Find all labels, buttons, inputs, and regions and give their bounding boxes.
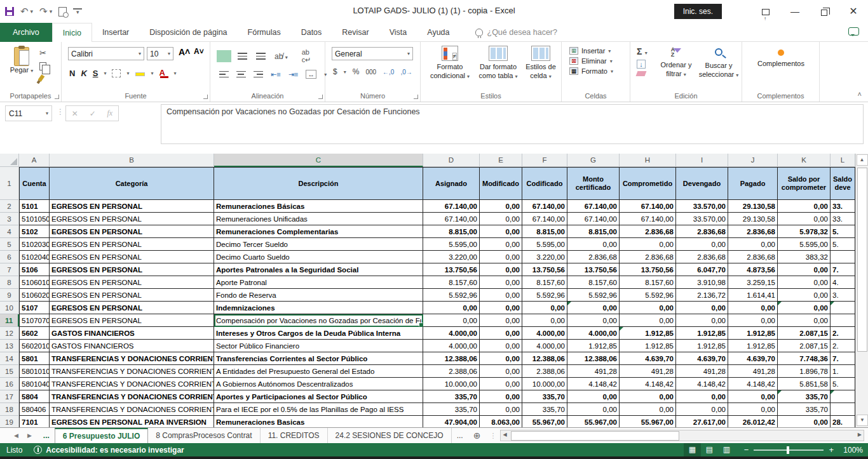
font-name-combo[interactable]: Calibri▾ (68, 47, 144, 60)
delete-cells-button[interactable]: ⊠ Eliminar▾ (569, 57, 613, 65)
cell-D8[interactable]: 8.157,60 (423, 276, 480, 289)
find-select-button[interactable]: Buscar y seleccionar ▾ (698, 47, 740, 79)
cell-H8[interactable]: 8.157,60 (620, 276, 676, 289)
cell-A2[interactable]: 5101 (19, 200, 50, 213)
increase-decimal-icon[interactable]: ←,0 (383, 69, 394, 76)
wrap-text-icon[interactable]: abc↵ (302, 48, 311, 64)
cell-K6[interactable]: 383,32 (778, 251, 831, 263)
cell-L19[interactable]: 28. (831, 416, 855, 427)
table-header-cell[interactable]: Modificado (480, 167, 522, 200)
cell-K18[interactable]: 335,70 (778, 403, 831, 416)
cell-C4[interactable]: Remuneraciones Complementarias (214, 225, 423, 238)
cell-I7[interactable]: 6.047,70 (676, 263, 728, 276)
table-header-cell[interactable]: Saldo deve (831, 167, 855, 200)
cell-D7[interactable]: 13.750,56 (423, 263, 480, 276)
cell-A15[interactable]: 5801010 (19, 365, 50, 378)
cell-K4[interactable]: 5.978,32 (778, 225, 831, 238)
cell-H13[interactable]: 1.912,85 (620, 340, 676, 352)
cell-H2[interactable]: 67.140,00 (620, 200, 676, 213)
scroll-left-icon[interactable]: ◀ (503, 432, 506, 437)
cell-D2[interactable]: 67.140,00 (423, 200, 480, 213)
cell-B10[interactable]: EGRESOS EN PERSONAL (50, 302, 214, 314)
cell-H6[interactable]: 2.836,68 (620, 251, 676, 263)
cell-E12[interactable]: 0,00 (480, 327, 522, 340)
scroll-right-icon[interactable]: ▶ (858, 432, 862, 437)
clipboard-dialog-launcher-icon[interactable] (55, 95, 59, 99)
cell-I18[interactable]: 0,00 (676, 403, 728, 416)
currency-format-icon[interactable]: $ (333, 67, 337, 76)
sheet-tab-24-2-sesiones-de-concejo[interactable]: 24.2 SESIONES DE CONCEJO (328, 428, 452, 443)
cell-D11[interactable]: 0,00 (423, 314, 480, 327)
cell-I9[interactable]: 2.136,72 (676, 289, 728, 302)
cell-C17[interactable]: Aportes y Participaciones al Sector Públ… (214, 390, 423, 403)
column-header-E[interactable]: E (480, 154, 522, 167)
table-header-cell[interactable]: Cuenta (19, 167, 50, 200)
column-header-C[interactable]: C (214, 154, 423, 167)
cell-D4[interactable]: 8.815,00 (423, 225, 480, 238)
addins-button[interactable]: Complementos (742, 50, 820, 69)
page-break-view-icon[interactable]: ▥ (718, 443, 735, 456)
table-header-cell[interactable]: Saldo por comprometer (778, 167, 831, 200)
cell-I8[interactable]: 3.910,98 (676, 276, 728, 289)
column-header-J[interactable]: J (728, 154, 778, 167)
cell-A11[interactable]: 5107070 (19, 314, 50, 327)
column-header-L[interactable]: L (831, 154, 855, 167)
row-header-9[interactable]: 9 (0, 289, 19, 302)
cell-E5[interactable]: 0,00 (480, 238, 522, 251)
cell-C13[interactable]: Sector Público Financiero (214, 340, 423, 352)
zoom-level[interactable]: 100% (839, 446, 863, 455)
cell-H14[interactable]: 4.639,70 (620, 352, 676, 365)
cell-A12[interactable]: 5602 (19, 327, 50, 340)
table-header-cell[interactable]: Codificado (522, 167, 567, 200)
row-header-16[interactable]: 16 (0, 378, 19, 390)
horizontal-scrollbar[interactable]: ◀ ▶ (500, 430, 864, 441)
cell-B19[interactable]: EGRESOS EN PERSONAL PARA INVERSION (50, 416, 214, 427)
row-header-11[interactable]: 11 (0, 314, 19, 327)
cell-H19[interactable]: 55.967,00 (620, 416, 676, 427)
cell-G17[interactable]: 0,00 (567, 390, 620, 403)
cell-E11[interactable]: 0,00 (480, 314, 522, 327)
cell-B17[interactable]: TRANSFERENCIAS Y DONACIONES CORRIENTES (50, 390, 214, 403)
cell-K2[interactable]: 0,00 (778, 200, 831, 213)
table-header-cell[interactable]: Monto certificado (567, 167, 620, 200)
cell-I14[interactable]: 4.639,70 (676, 352, 728, 365)
cell-C18[interactable]: Para el IECE por el 0.5% de las Planilla… (214, 403, 423, 416)
cell-I13[interactable]: 1.912,85 (676, 340, 728, 352)
cell-D17[interactable]: 335,70 (423, 390, 480, 403)
cell-F11[interactable]: 0,00 (522, 314, 567, 327)
cell-C6[interactable]: Decimo Cuarto Sueldo (214, 251, 423, 263)
fill-icon[interactable]: ↓ (637, 60, 646, 69)
cell-A7[interactable]: 5106 (19, 263, 50, 276)
cell-I11[interactable]: 0,00 (676, 314, 728, 327)
table-header-cell[interactable]: Asignado (423, 167, 480, 200)
menu-tab-insertar[interactable]: Insertar (92, 23, 139, 42)
increase-indent-icon[interactable]: ⇥≡ (288, 70, 299, 79)
cell-K14[interactable]: 7.748,36 (778, 352, 831, 365)
zoom-slider[interactable] (754, 449, 824, 451)
cell-E16[interactable]: 0,00 (480, 378, 522, 390)
sheet-tab-6-presupuesto-julio[interactable]: 6 Presupuesto JULIO (55, 428, 148, 443)
cell-L8[interactable]: 4. (831, 276, 855, 289)
cell-D9[interactable]: 5.592,96 (423, 289, 480, 302)
cell-F19[interactable]: 55.967,00 (522, 416, 567, 427)
autosum-icon[interactable]: Σ ▾ (637, 46, 648, 57)
cell-J7[interactable]: 4.873,56 (728, 263, 778, 276)
cell-H5[interactable]: 0,00 (620, 238, 676, 251)
sort-filter-button[interactable]: AZ Ordenar y filtrar ▾ (656, 47, 696, 78)
cell-G14[interactable]: 12.388,06 (567, 352, 620, 365)
cell-C8[interactable]: Aporte Patronal (214, 276, 423, 289)
tell-me-search[interactable]: ¿Qué desea hacer? (475, 23, 558, 42)
row-header-15[interactable]: 15 (0, 365, 19, 378)
minimize-button[interactable]: — (780, 0, 810, 23)
cell-F5[interactable]: 5.595,00 (522, 238, 567, 251)
cell-E4[interactable]: 0,00 (480, 225, 522, 238)
table-header-cell[interactable]: Pagado (728, 167, 778, 200)
cut-icon[interactable]: ✂ (39, 48, 46, 58)
restore-button[interactable] (810, 0, 839, 23)
table-header-cell[interactable]: Devengado (676, 167, 728, 200)
normal-view-icon[interactable]: ▦ (684, 443, 701, 456)
row-header-12[interactable]: 12 (0, 327, 19, 340)
cell-C7[interactable]: Aportes Patronales a la Seguridad Social (214, 263, 423, 276)
cell-J3[interactable]: 29.130,58 (728, 213, 778, 225)
cell-H16[interactable]: 4.148,42 (620, 378, 676, 390)
